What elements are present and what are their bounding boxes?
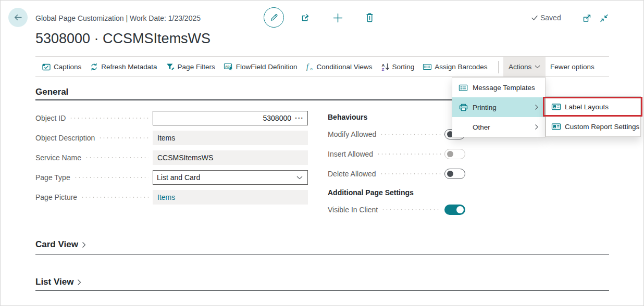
sorting-icon: AZ <box>381 62 390 71</box>
collapse-button[interactable] <box>599 14 609 23</box>
chevron-right-icon <box>77 279 81 286</box>
trash-icon <box>365 12 375 23</box>
general-section-heading[interactable]: General <box>35 87 68 97</box>
list-view-section-heading[interactable]: List View <box>35 277 81 287</box>
toggle-row-insert-allowed: Insert Allowed <box>328 149 465 159</box>
field-page-picture: Page Picture Items <box>35 190 308 205</box>
submenu-item-custom-report-settings[interactable]: Custom Report Settings <box>546 117 640 136</box>
insert-allowed-toggle[interactable] <box>444 149 465 159</box>
share-icon <box>300 12 311 23</box>
svg-text:f: f <box>306 63 309 71</box>
chevron-right-icon <box>535 124 539 130</box>
object-id-input[interactable]: 5308000 ··· <box>153 111 308 125</box>
new-button[interactable] <box>332 12 343 23</box>
object-description-field: Items <box>153 131 308 145</box>
page-type-select[interactable]: List and Card <box>153 170 308 185</box>
page-title: 5308000 · CCSMSItemsWS <box>35 31 210 47</box>
delete-button[interactable] <box>365 12 375 23</box>
toolbar-page-filters-button[interactable]: Page Filters <box>162 57 219 76</box>
toggle-row-modify-allowed: Modify Allowed <box>328 129 465 139</box>
back-button[interactable] <box>8 8 28 27</box>
page-filters-icon <box>166 62 175 71</box>
card-view-divider <box>35 254 609 254</box>
actions-menu-button[interactable]: Actions <box>503 57 546 76</box>
custom-report-settings-icon <box>551 123 561 130</box>
general-fields: Object ID 5308000 ··· Object Description… <box>35 111 308 210</box>
field-service-name: Service Name CCSMSItemsWS <box>35 150 308 165</box>
lookup-ellipsis-icon[interactable]: ··· <box>295 114 304 122</box>
field-object-description: Object Description Items <box>35 131 308 145</box>
fewer-options-button[interactable]: Fewer options <box>545 57 600 76</box>
toolbar-captions-button[interactable]: Captions <box>35 57 85 76</box>
check-icon <box>531 14 538 21</box>
chevron-down-icon[interactable] <box>296 176 304 180</box>
edit-button[interactable] <box>264 7 284 28</box>
chevron-right-icon <box>535 104 539 110</box>
captions-icon <box>42 62 51 71</box>
message-templates-icon <box>459 84 468 92</box>
actions-dropdown-menu: Message Templates Printing Other <box>452 77 546 137</box>
conditional-views-icon: fo <box>305 62 314 71</box>
menu-item-printing[interactable]: Printing <box>452 97 545 117</box>
label-layouts-icon <box>551 103 561 110</box>
share-button[interactable] <box>300 12 311 23</box>
submenu-item-label-layouts[interactable]: Label Layouts <box>546 97 640 117</box>
chevron-right-icon <box>82 241 86 248</box>
behaviours-heading: Behaviours <box>328 113 465 121</box>
toolbar-assign-barcodes-button[interactable]: Assign Barcodes <box>418 57 491 76</box>
additional-page-settings-heading: Additional Page Settings <box>328 188 465 197</box>
svg-text:Z: Z <box>381 67 384 71</box>
toolbar-conditional-views-button[interactable]: fo Conditional Views <box>301 57 376 76</box>
save-status: Saved <box>531 14 561 22</box>
toolbar-separator <box>498 61 499 73</box>
pencil-icon <box>269 12 279 23</box>
service-name-field: CCSMSItemsWS <box>153 150 308 165</box>
saved-label: Saved <box>540 14 561 22</box>
list-view-divider <box>35 290 609 291</box>
svg-text:o: o <box>311 67 313 71</box>
field-object-id: Object ID 5308000 ··· <box>35 111 308 125</box>
flowfield-icon: ABC <box>224 62 233 71</box>
refresh-icon <box>90 62 98 71</box>
popout-icon <box>582 14 592 23</box>
menu-item-other[interactable]: Other <box>452 117 545 137</box>
delete-allowed-toggle[interactable] <box>444 169 465 179</box>
printing-submenu: Label Layouts Custom Report Settings <box>546 96 641 137</box>
back-arrow-icon <box>13 12 23 22</box>
menu-item-message-templates[interactable]: Message Templates <box>452 78 545 97</box>
toolbar-sorting-button[interactable]: AZ Sorting <box>377 57 419 76</box>
collapse-icon <box>599 14 609 23</box>
action-bar: Captions Refresh Metadata Page Filters A… <box>35 56 609 77</box>
field-page-type: Page Type List and Card <box>35 170 308 185</box>
popout-button[interactable] <box>582 14 592 23</box>
visible-in-client-toggle[interactable] <box>444 205 465 215</box>
toolbar-flowfield-definition-button[interactable]: ABC FlowField Definition <box>219 57 302 76</box>
printing-icon <box>459 103 468 112</box>
chevron-down-icon <box>535 65 540 69</box>
toggle-row-visible-in-client: Visible In Client <box>328 205 465 215</box>
general-right-column: Behaviours Modify Allowed Insert Allowed… <box>328 113 465 224</box>
barcode-icon <box>423 63 432 71</box>
plus-icon <box>332 12 343 23</box>
breadcrumb[interactable]: Global Page Customization | Work Date: 1… <box>35 14 201 22</box>
card-view-section-heading[interactable]: Card View <box>35 239 86 250</box>
toolbar-refresh-metadata-button[interactable]: Refresh Metadata <box>85 57 161 76</box>
page-picture-field[interactable]: Items <box>153 190 308 205</box>
toggle-row-delete-allowed: Delete Allowed <box>328 169 465 179</box>
